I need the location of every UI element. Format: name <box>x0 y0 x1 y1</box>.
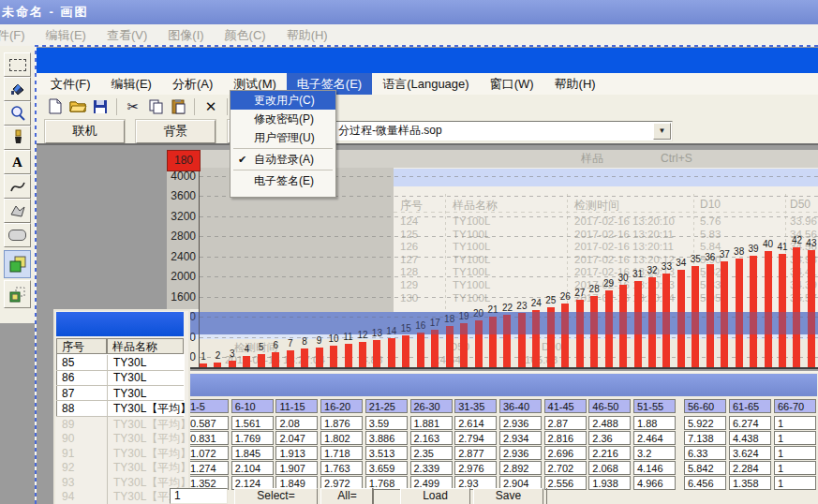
dist-cell[interactable]: 1 <box>774 431 816 445</box>
dropdown-item-1[interactable]: 修改密码(P) <box>231 110 335 128</box>
count-input[interactable]: 1 <box>170 488 228 504</box>
dist-cell[interactable]: 1.802 <box>320 431 363 445</box>
dist-cell[interactable]: 2.36 <box>588 431 631 445</box>
paint-menu-item-0[interactable]: 文件(F) <box>0 24 36 46</box>
dist-cell[interactable]: 2.936 <box>499 446 542 460</box>
background-button[interactable]: 背景 <box>136 120 216 143</box>
dist-cell[interactable]: 2.976 <box>454 461 497 475</box>
dist-cell[interactable]: 2.702 <box>544 461 587 475</box>
app-menu-item-0[interactable]: 文件(F) <box>40 73 101 95</box>
dist-cell[interactable]: 2.35 <box>410 446 453 460</box>
dist-cell[interactable]: 1 <box>774 446 816 460</box>
dist-cell[interactable]: 2.284 <box>729 461 771 475</box>
dist-cell[interactable]: 6.456 <box>684 476 726 490</box>
dist-cell[interactable]: 2.08 <box>275 416 318 430</box>
sop-combobox[interactable]: 分过程-微量样品.sop ▼ <box>333 121 673 141</box>
dist-cell[interactable]: 3.624 <box>729 446 771 460</box>
dist-cell[interactable]: 1.907 <box>275 461 318 475</box>
dist-cell[interactable]: 1.274 <box>186 461 229 475</box>
paste-icon[interactable] <box>169 97 187 116</box>
new-file-icon[interactable] <box>46 97 65 116</box>
cube-3d-alt-tool-icon[interactable] <box>4 280 31 308</box>
paint-menu-item-3[interactable]: 图像(I) <box>157 24 214 46</box>
dist-cell[interactable]: 2.047 <box>275 431 318 445</box>
dist-cell[interactable]: 2.696 <box>544 446 587 460</box>
dist-cell[interactable]: 5.922 <box>684 416 726 430</box>
cube-3d-tool-icon[interactable] <box>4 250 31 278</box>
dist-cell[interactable]: 0.587 <box>186 416 229 430</box>
cut-icon[interactable]: ✂ <box>124 97 142 116</box>
dist-cell[interactable]: 1.881 <box>410 416 453 430</box>
save-icon[interactable] <box>91 97 110 116</box>
online-button[interactable]: 联机 <box>45 120 125 143</box>
dist-cell[interactable]: 1.938 <box>588 476 631 490</box>
paint-menu-item-2[interactable]: 查看(V) <box>97 24 157 46</box>
dist-cell[interactable]: 2.614 <box>454 416 497 430</box>
curve-tool-icon[interactable] <box>4 174 31 199</box>
app-menu-item-6[interactable]: 窗口(W) <box>480 73 544 95</box>
dist-cell[interactable]: 3.513 <box>365 446 408 460</box>
fill-tool-icon[interactable] <box>4 77 31 101</box>
dist-cell[interactable]: 7.138 <box>684 431 726 445</box>
app-menu-item-7[interactable]: 帮助(H) <box>544 73 606 95</box>
dropdown-item-6[interactable]: 电子签名(E) <box>231 171 335 190</box>
dist-cell[interactable]: 1.358 <box>729 476 771 490</box>
dist-cell[interactable]: 5.842 <box>684 461 726 475</box>
dist-cell[interactable]: 4.146 <box>633 461 676 475</box>
select-button[interactable]: Select= <box>234 488 318 504</box>
paint-menu-item-5[interactable]: 帮助(H) <box>276 24 338 46</box>
dist-cell[interactable]: 1.769 <box>231 431 274 445</box>
app-menu-item-1[interactable]: 编辑(E) <box>101 73 162 95</box>
polygon-tool-icon[interactable] <box>4 199 31 223</box>
dist-cell[interactable]: 2.163 <box>410 431 453 445</box>
dist-cell[interactable]: 4.438 <box>729 431 771 445</box>
dist-cell[interactable]: 2.934 <box>499 431 542 445</box>
dist-cell[interactable]: 2.068 <box>588 461 631 475</box>
dist-cell[interactable]: 2.877 <box>454 446 497 460</box>
dist-cell[interactable]: 1 <box>774 461 816 475</box>
dist-cell[interactable]: 2.936 <box>499 416 542 430</box>
dist-cell[interactable]: 3.59 <box>365 416 408 430</box>
dropdown-item-4[interactable]: 自动登录(A)✔ <box>231 150 335 169</box>
delete-icon[interactable]: ✕ <box>201 97 220 116</box>
app-menu-item-2[interactable]: 分析(A) <box>162 73 223 95</box>
rounded-rect-tool-icon[interactable] <box>4 223 31 247</box>
zoom-tool-icon[interactable] <box>4 101 31 126</box>
paint-menu-item-4[interactable]: 颜色(C) <box>215 24 276 46</box>
dist-cell[interactable]: 1.718 <box>320 446 363 460</box>
open-folder-icon[interactable] <box>68 97 87 116</box>
dropdown-item-0[interactable]: 更改用户(C) <box>231 91 335 110</box>
text-tool-icon[interactable]: A <box>4 150 31 174</box>
dist-cell[interactable]: 1.845 <box>231 446 274 460</box>
dist-cell[interactable]: 2.488 <box>588 416 631 430</box>
dist-cell[interactable]: 2.87 <box>544 416 587 430</box>
dist-cell[interactable]: 3.886 <box>365 431 408 445</box>
dist-cell[interactable]: 1.763 <box>320 461 363 475</box>
dist-cell[interactable]: 1 <box>774 416 816 430</box>
dist-cell[interactable]: 1 <box>774 476 816 490</box>
dist-cell[interactable]: 2.216 <box>588 446 631 460</box>
select-tool-icon[interactable] <box>4 52 31 77</box>
dist-cell[interactable]: 1.561 <box>231 416 274 430</box>
dist-cell[interactable]: 1.913 <box>275 446 318 460</box>
dist-cell[interactable]: 1.88 <box>633 416 676 430</box>
dist-cell[interactable]: 1.876 <box>320 416 363 430</box>
dist-cell[interactable]: 2.464 <box>633 431 676 445</box>
dist-cell[interactable]: 2.794 <box>454 431 497 445</box>
dist-cell[interactable]: 2.104 <box>231 461 274 475</box>
app-titlebar[interactable] <box>37 48 818 73</box>
dist-cell[interactable]: 4.966 <box>633 476 676 490</box>
dist-cell[interactable]: 3.2 <box>633 446 676 460</box>
dist-cell[interactable]: 6.33 <box>684 446 726 460</box>
load-button[interactable]: Load <box>400 488 470 504</box>
dist-cell[interactable]: 2.816 <box>544 431 587 445</box>
combobox-dropdown-arrow-icon[interactable]: ▼ <box>653 123 671 140</box>
dist-cell[interactable]: 3.659 <box>365 461 408 475</box>
app-menu-item-5[interactable]: 语言(Language) <box>372 73 480 95</box>
distribution-titlebar[interactable] <box>184 374 817 396</box>
save-button[interactable]: Save <box>473 488 543 504</box>
dropdown-item-2[interactable]: 用户管理(U) <box>231 128 335 147</box>
all-button[interactable]: All= <box>320 488 374 504</box>
paint-menu-item-1[interactable]: 编辑(E) <box>36 24 97 46</box>
dist-cell[interactable]: 2.339 <box>410 461 453 475</box>
